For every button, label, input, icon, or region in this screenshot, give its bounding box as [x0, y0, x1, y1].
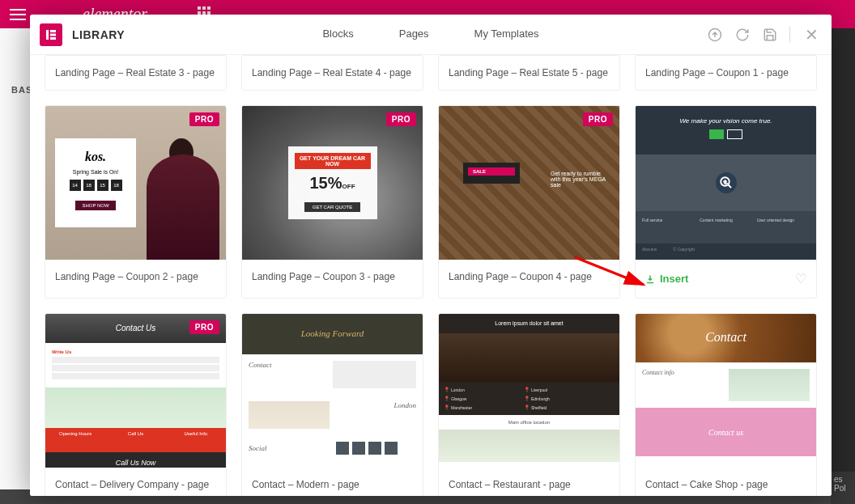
thumbnail: GET YOUR DREAM CAR NOW 15%OFF GET CAR QU…: [242, 106, 423, 260]
template-card[interactable]: Contact Us Write Us Opening HoursCall Us…: [45, 313, 227, 496]
template-card[interactable]: Looking Forward Contact London Social Co…: [241, 313, 423, 496]
magnify-icon[interactable]: [716, 172, 737, 193]
card-title: Landing Page – Coupon 4 - page: [449, 271, 592, 282]
card-title: Contact – Restaurant - page: [449, 479, 571, 490]
upload-icon[interactable]: [707, 27, 723, 43]
card-title: Contact – Modern - page: [252, 479, 359, 490]
thumbnail: Contact Us Write Us Opening HoursCall Us…: [45, 314, 226, 468]
template-card[interactable]: kos. Spring Sale is On! 14181518 SHOP NO…: [45, 105, 227, 299]
thumbnail: Looking Forward Contact London Social: [242, 314, 423, 468]
thumbnail: kos. Spring Sale is On! 14181518 SHOP NO…: [45, 106, 226, 260]
card-title: Contact – Cake Shop - page: [645, 479, 768, 490]
template-card[interactable]: Landing Page – Real Estate 5 - page: [438, 55, 620, 91]
pro-badge: PRO: [583, 112, 613, 126]
thumbnail: Contact Contact info Contact us: [636, 314, 816, 468]
template-card[interactable]: SALE Get ready to rumble with this year'…: [438, 105, 620, 299]
template-card[interactable]: Landing Page – Real Estate 3 - page: [45, 55, 227, 91]
sync-icon[interactable]: [734, 27, 751, 43]
svg-rect-1: [50, 30, 56, 32]
modal-body[interactable]: Landing Page – Real Estate 3 - page Land…: [30, 55, 832, 496]
template-card[interactable]: Landing Page – Coupon 1 - page: [635, 55, 817, 91]
card-title: Landing Page – Real Estate 5 - page: [449, 67, 608, 78]
pro-badge: PRO: [189, 320, 219, 334]
thumbnail: Lorem ipsum dolor sit amet LondonLiverpo…: [439, 314, 619, 468]
favorite-icon[interactable]: ♡: [795, 271, 806, 286]
insert-button[interactable]: Insert: [645, 273, 688, 285]
save-icon[interactable]: [762, 27, 778, 43]
template-card[interactable]: GET YOUR DREAM CAR NOW 15%OFF GET CAR QU…: [241, 105, 423, 299]
card-title: Landing Page – Coupon 2 - page: [55, 271, 198, 282]
hamburger-icon: [10, 9, 26, 20]
library-modal: LIBRARY Blocks Pages My Templates ✕ Land…: [30, 15, 832, 496]
template-card[interactable]: Lorem ipsum dolor sit amet LondonLiverpo…: [438, 313, 620, 496]
svg-rect-3: [50, 37, 56, 40]
card-title: Landing Page – Real Estate 3 - page: [55, 67, 215, 78]
bottom-right: es Pol: [831, 472, 855, 504]
pro-badge: PRO: [189, 112, 219, 126]
template-card-hovered[interactable]: We make your vision come true. Full serv…: [635, 105, 817, 299]
card-title: Landing Page – Coupon 1 - page: [645, 67, 789, 78]
svg-rect-0: [46, 30, 49, 40]
pro-badge: PRO: [386, 112, 416, 126]
svg-rect-2: [50, 33, 56, 36]
modal-header: LIBRARY Blocks Pages My Templates ✕: [30, 15, 832, 55]
template-card[interactable]: Landing Page – Real Estate 4 - page: [241, 55, 423, 91]
thumbnail: We make your vision come true. Full serv…: [636, 106, 816, 260]
card-title: Landing Page – Real Estate 4 - page: [252, 67, 411, 78]
thumbnail: SALE Get ready to rumble with this year'…: [439, 106, 619, 260]
close-icon[interactable]: ✕: [802, 22, 822, 48]
template-card[interactable]: Contact Contact info Contact us Contact …: [635, 313, 817, 496]
svg-point-5: [721, 177, 730, 186]
card-title: Contact – Delivery Company - page: [55, 479, 209, 490]
elementor-icon: [40, 23, 62, 46]
library-title: LIBRARY: [72, 28, 125, 41]
card-title: Landing Page – Coupon 3 - page: [252, 271, 395, 282]
